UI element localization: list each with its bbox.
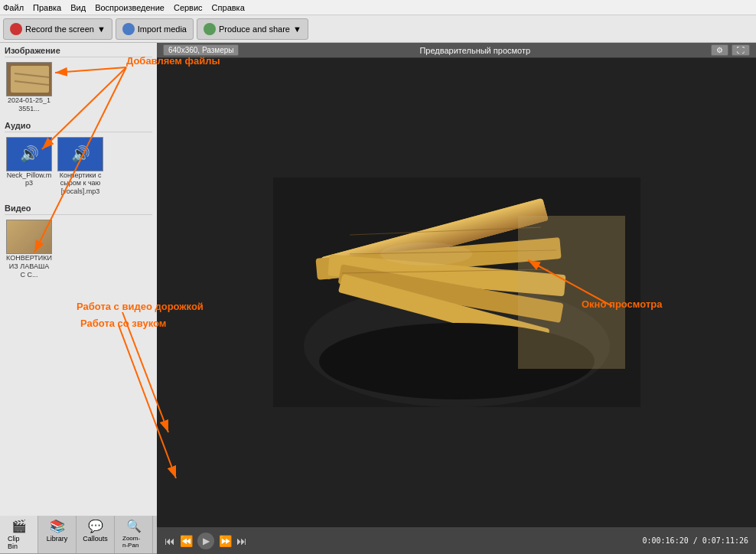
- time-separator: /: [693, 536, 702, 545]
- record-label: Record the screen: [25, 24, 94, 34]
- video-label-1: КОНВЕРТИКИ ИЗ ЛАВАША С С...: [6, 254, 52, 279]
- video-preview: [157, 58, 756, 526]
- import-icon: [122, 23, 135, 35]
- audio-thumb-2: 🔊: [57, 137, 103, 171]
- image-label-1: 2024-01-25_13551...: [6, 96, 52, 113]
- svg-point-12: [380, 243, 472, 266]
- record-dropdown-icon[interactable]: ▼: [97, 24, 106, 34]
- video-section-title: Видео: [5, 204, 152, 215]
- rewind-button[interactable]: ⏪: [180, 535, 193, 547]
- playback-buttons: ⏮ ⏪ ▶ ⏩ ⏭: [165, 533, 247, 549]
- import-label: Import media: [138, 24, 187, 34]
- menu-view[interactable]: Вид: [70, 3, 86, 12]
- image-thumb-1: [6, 62, 52, 96]
- app-container: Файл Правка Вид Воспроизведение Сервис С…: [0, 0, 756, 554]
- tab-callouts[interactable]: 💬 Callouts: [77, 516, 115, 553]
- video-section: Видео КОНВЕРТИКИ ИЗ ЛАВАША С С...: [0, 200, 157, 283]
- toolbar: Record the screen ▼ Import media Produce…: [0, 15, 756, 43]
- resolution-button[interactable]: 640x360, Размеры: [163, 44, 239, 56]
- media-library: Изображение 2024-01-25_13551...: [0, 43, 157, 516]
- produce-button[interactable]: Produce and share ▼: [197, 18, 308, 40]
- preview-header: 640x360, Размеры Предварительный просмот…: [157, 43, 756, 58]
- record-button[interactable]: Record the screen ▼: [3, 18, 112, 40]
- video-item-1[interactable]: КОНВЕРТИКИ ИЗ ЛАВАША С С...: [6, 220, 52, 279]
- playback-controls: ⏮ ⏪ ▶ ⏩ ⏭ 0:00:16:20 / 0:07:11:26: [157, 526, 756, 554]
- clip-bin-icon: 🎬: [11, 519, 27, 533]
- right-panel: 640x360, Размеры Предварительный просмот…: [157, 43, 756, 554]
- audio-item-2[interactable]: 🔊 Конвертики с сыром к чаю [vocals].mp3: [57, 137, 103, 196]
- video-thumb-1: [6, 220, 52, 254]
- total-time: 0:07:11:26: [702, 536, 748, 545]
- callouts-icon: 💬: [88, 519, 103, 533]
- library-label: Library: [47, 535, 68, 543]
- menu-file[interactable]: Файл: [3, 3, 24, 12]
- audio-speaker-icon-2: 🔊: [71, 145, 90, 163]
- zoom-label: Zoom-n-Pan: [122, 535, 145, 549]
- food-thumb-svg: [7, 62, 51, 96]
- produce-label: Produce and share: [219, 24, 290, 34]
- preview-settings-btn[interactable]: ⚙: [711, 44, 728, 56]
- skip-forward-button[interactable]: ⏭: [236, 535, 247, 547]
- record-icon: [10, 23, 22, 35]
- fast-forward-button[interactable]: ⏩: [219, 535, 232, 547]
- preview-expand-btn[interactable]: ⛶: [732, 44, 750, 56]
- tool-tabs: 🎬 Clip Bin 📚 Library 💬 Callouts 🔍 Zoom-n…: [0, 516, 157, 554]
- import-button[interactable]: Import media: [116, 18, 194, 40]
- tab-zoom[interactable]: 🔍 Zoom-n-Pan: [115, 516, 153, 553]
- audio-speaker-icon: 🔊: [20, 145, 39, 163]
- preview-title: Предварительный просмотр: [419, 46, 530, 55]
- food-preview-svg: [273, 178, 640, 407]
- audio-item-1[interactable]: 🔊 Neck_Pillow.mp3: [6, 137, 52, 188]
- left-panel: Изображение 2024-01-25_13551...: [0, 43, 157, 554]
- menu-service[interactable]: Сервис: [174, 3, 203, 12]
- menu-bar: Файл Правка Вид Воспроизведение Сервис С…: [0, 0, 756, 15]
- audio-label-1: Neck_Pillow.mp3: [6, 171, 52, 188]
- skip-back-button[interactable]: ⏮: [165, 535, 175, 547]
- current-time: 0:00:16:20: [642, 536, 688, 545]
- audio-label-2: Конвертики с сыром к чаю [vocals].mp3: [57, 171, 103, 196]
- clip-bin-label: Clip Bin: [8, 535, 30, 550]
- tab-clip-bin[interactable]: 🎬 Clip Bin: [0, 516, 38, 553]
- library-icon: 📚: [50, 519, 65, 533]
- audio-section: Аудио 🔊 Neck_Pillow.mp3 🔊 Конвертики с с…: [0, 118, 157, 200]
- callouts-label: Callouts: [83, 535, 108, 543]
- menu-help[interactable]: Справка: [212, 3, 245, 12]
- image-section-title: Изображение: [5, 46, 152, 57]
- audio-thumb-1: 🔊: [6, 137, 52, 171]
- svg-rect-1: [11, 66, 49, 93]
- food-image: [273, 178, 640, 407]
- menu-playback[interactable]: Воспроизведение: [95, 3, 165, 12]
- zoom-icon: 🔍: [126, 519, 142, 533]
- audio-section-title: Аудио: [5, 121, 152, 132]
- produce-icon: [204, 23, 216, 35]
- svg-rect-17: [518, 216, 625, 369]
- tab-library[interactable]: 📚 Library: [38, 516, 77, 553]
- play-button[interactable]: ▶: [197, 533, 214, 549]
- produce-dropdown-icon[interactable]: ▼: [293, 24, 301, 34]
- menu-edit[interactable]: Правка: [33, 3, 61, 12]
- image-section: Изображение 2024-01-25_13551...: [0, 43, 157, 118]
- time-display: 0:00:16:20 / 0:07:11:26: [642, 536, 748, 545]
- image-item-1[interactable]: 2024-01-25_13551...: [6, 62, 52, 113]
